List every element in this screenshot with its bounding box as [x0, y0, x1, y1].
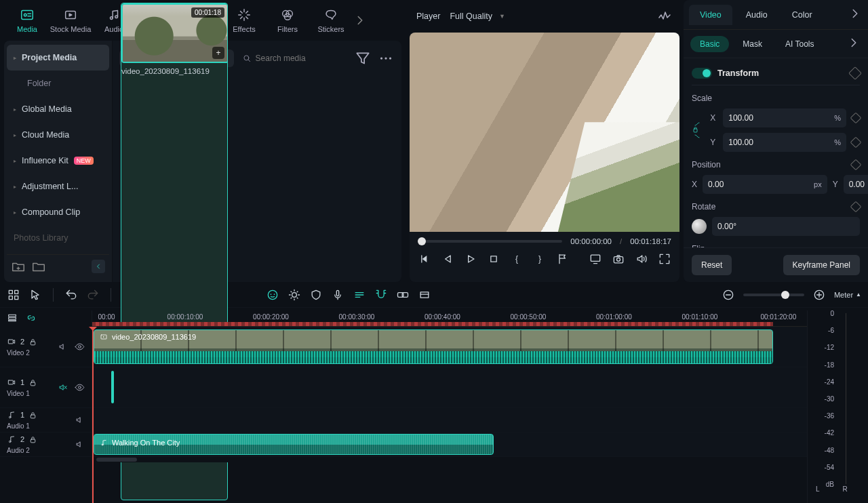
voiceover-button[interactable] — [331, 288, 344, 302]
sidebar-item-influence-kit[interactable]: ▸ Influence Kit NEW — [7, 148, 109, 174]
pos-y-field[interactable]: px — [844, 175, 868, 194]
visibility-icon[interactable] — [75, 342, 85, 352]
keyframe-panel-button[interactable]: Keyframe Panel — [783, 255, 860, 275]
reset-button[interactable]: Reset — [692, 255, 732, 275]
visibility-icon[interactable] — [75, 382, 85, 393]
fullscreen-button[interactable] — [658, 252, 671, 266]
pos-y-input[interactable] — [849, 180, 868, 189]
media-clip-card[interactable]: 00:01:18 + video_20230809_113619 — [121, 41, 228, 282]
magnet-button[interactable] — [374, 288, 388, 302]
play-backward-button[interactable] — [441, 252, 454, 266]
redo-button[interactable] — [86, 288, 100, 302]
rotate-keyframe[interactable] — [850, 201, 862, 213]
mute-icon[interactable] — [58, 382, 68, 393]
nav-media[interactable]: Media — [5, 7, 49, 33]
playhead[interactable] — [92, 327, 94, 503]
adjust-button[interactable] — [288, 288, 301, 302]
mute-icon[interactable] — [58, 342, 68, 352]
tool-select[interactable] — [28, 288, 42, 302]
sidebar-item-global-media[interactable]: ▸ Global Media — [7, 96, 109, 122]
snapshot-button[interactable] — [656, 8, 673, 24]
link-button[interactable] — [396, 288, 410, 302]
track-head-audio-1[interactable]: 1Audio 1 — [0, 408, 92, 432]
player-canvas[interactable] — [410, 33, 679, 232]
mark-out-button[interactable]: } — [533, 252, 547, 266]
add-to-timeline-button[interactable]: + — [212, 47, 224, 59]
scale-x-keyframe[interactable] — [850, 113, 862, 124]
tab-audio[interactable]: Audio — [735, 5, 778, 25]
sidebar-item-adjustment-layer[interactable]: ▸ Adjustment L... — [7, 174, 109, 199]
rotate-knob[interactable] — [692, 219, 707, 234]
timeline-ruler[interactable]: 00:00 00:00:10:00 00:00:20:00 00:00:30:0… — [92, 310, 807, 327]
sidebar-item-folder[interactable]: Folder — [7, 71, 109, 96]
reframe-button[interactable] — [418, 288, 431, 302]
nav-stickers[interactable]: Stickers — [309, 7, 353, 33]
rotate-input[interactable] — [717, 222, 854, 231]
collapse-sidebar-button[interactable] — [92, 260, 105, 273]
nav-filters[interactable]: Filters — [266, 7, 309, 33]
track-link-button[interactable] — [26, 313, 37, 325]
zoom-in-button[interactable] — [812, 288, 826, 302]
clip-video-1[interactable] — [111, 371, 114, 403]
tabs-more[interactable] — [848, 6, 863, 23]
sidebar-item-photos-library[interactable]: Photos Library — [7, 225, 109, 251]
zoom-out-button[interactable] — [722, 288, 735, 302]
pos-x-field[interactable]: px — [703, 175, 827, 194]
play-button[interactable] — [464, 252, 477, 266]
sidebar-item-cloud-media[interactable]: ▸ Cloud Media — [7, 122, 109, 148]
volume-button[interactable] — [635, 252, 648, 266]
quality-dropdown[interactable]: Full Quality ▼ — [450, 12, 505, 21]
scale-lock[interactable] — [692, 121, 703, 140]
subtab-ai-tools[interactable]: AI Tools — [776, 36, 823, 52]
stop-button[interactable] — [487, 252, 500, 266]
track-lane-video-2[interactable]: video_20230809_113619 — [92, 327, 807, 367]
prev-frame-button[interactable] — [418, 252, 431, 266]
seek-slider[interactable] — [418, 240, 562, 243]
undo-button[interactable] — [64, 288, 78, 302]
clip-audio-2[interactable]: Walking On The City — [94, 434, 494, 455]
subtab-basic[interactable]: Basic — [690, 36, 729, 52]
scale-x-field[interactable]: % — [723, 108, 846, 127]
pos-x-input[interactable] — [708, 180, 810, 189]
mark-in-button[interactable]: { — [510, 252, 524, 266]
track-lane-video-1[interactable] — [92, 367, 807, 408]
mute-icon[interactable] — [75, 415, 85, 425]
new-folder-button[interactable] — [11, 259, 26, 274]
zoom-knob[interactable] — [781, 291, 789, 299]
subtab-mask[interactable]: Mask — [733, 36, 772, 52]
position-keyframe[interactable] — [850, 159, 862, 171]
scale-y-input[interactable] — [728, 138, 830, 147]
track-lane-audio-1[interactable] — [92, 408, 807, 432]
transform-toggle[interactable] — [692, 68, 712, 79]
nav-more-chevron[interactable] — [353, 13, 368, 28]
ai-button[interactable] — [266, 288, 279, 302]
clip-video-2[interactable]: video_20230809_113619 — [94, 329, 773, 364]
scale-y-keyframe[interactable] — [850, 137, 862, 148]
mute-icon[interactable] — [75, 439, 85, 449]
track-head-audio-2[interactable]: 2Audio 2 — [0, 432, 92, 457]
folder-button[interactable] — [31, 259, 46, 274]
sidebar-item-project-media[interactable]: ▸ Project Media — [7, 45, 109, 71]
marker-tool[interactable] — [309, 288, 323, 302]
caption-button[interactable] — [353, 288, 366, 302]
nav-effects[interactable]: Effects — [222, 7, 266, 33]
track-head-video-2[interactable]: 2 Video 2 — [0, 327, 92, 367]
rotate-field[interactable] — [712, 217, 860, 236]
track-manage-button[interactable] — [7, 313, 18, 325]
more-button[interactable] — [377, 49, 395, 67]
screen-button[interactable] — [589, 252, 602, 266]
sidebar-item-compound-clip[interactable]: ▸ Compound Clip — [7, 199, 109, 225]
nav-stock-media[interactable]: Stock Media — [49, 7, 92, 33]
tool-grid[interactable] — [7, 288, 20, 302]
seek-knob[interactable] — [418, 237, 426, 245]
search-input[interactable] — [256, 54, 330, 63]
camera-button[interactable] — [612, 252, 625, 266]
timeline-scrollbar[interactable] — [92, 457, 807, 462]
transform-keyframe[interactable] — [848, 66, 862, 80]
track-lane-audio-2[interactable]: Walking On The City — [92, 432, 807, 457]
tab-color[interactable]: Color — [781, 5, 823, 25]
scale-y-field[interactable]: % — [723, 133, 846, 152]
track-head-video-1[interactable]: 1 Video 1 — [0, 367, 92, 408]
search-media[interactable] — [239, 49, 349, 67]
zoom-slider[interactable] — [743, 294, 804, 296]
